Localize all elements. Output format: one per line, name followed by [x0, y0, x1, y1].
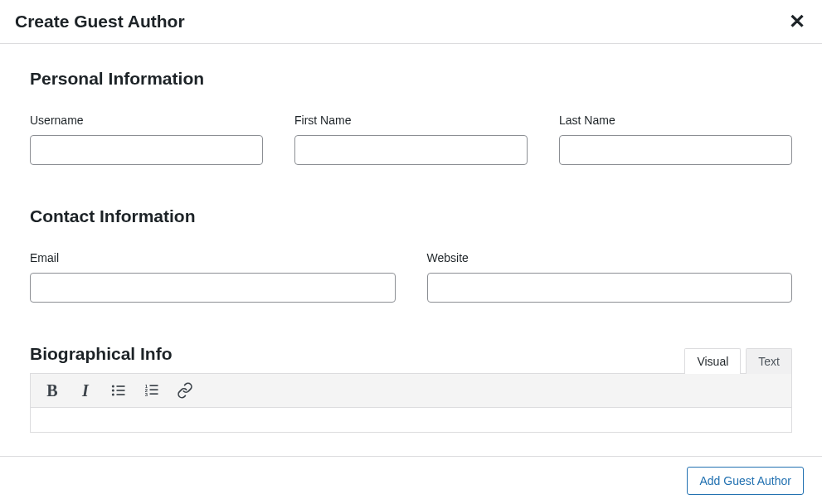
svg-rect-3: [117, 390, 125, 391]
numbered-list-icon: 1 2 3: [143, 382, 160, 399]
tab-text[interactable]: Text: [746, 348, 792, 374]
modal-header: Create Guest Author ✕: [0, 0, 822, 44]
add-guest-author-button[interactable]: Add Guest Author: [687, 467, 804, 495]
close-icon: ✕: [789, 10, 805, 32]
bold-icon: B: [46, 381, 57, 400]
lastname-input[interactable]: [559, 135, 792, 165]
svg-rect-9: [150, 389, 158, 390]
email-label: Email: [30, 251, 396, 264]
bullet-list-icon: [110, 382, 127, 399]
svg-rect-7: [150, 385, 158, 386]
svg-point-4: [112, 394, 114, 396]
svg-point-0: [112, 385, 114, 388]
bullet-list-button[interactable]: [109, 380, 129, 400]
svg-rect-1: [117, 385, 125, 387]
link-icon: [177, 382, 193, 399]
contact-info-section: Contact Information Email Website: [30, 206, 792, 303]
editor-content-area[interactable]: [30, 408, 792, 433]
firstname-label: First Name: [294, 114, 528, 127]
website-label: Website: [427, 251, 793, 264]
section-title-contact: Contact Information: [30, 206, 792, 226]
editor-tabs: Visual Text: [684, 348, 792, 374]
email-input[interactable]: [30, 273, 396, 303]
close-button[interactable]: ✕: [789, 12, 805, 32]
lastname-label: Last Name: [559, 114, 792, 127]
svg-point-2: [112, 390, 114, 392]
section-title-bio: Biographical Info: [30, 344, 173, 364]
bold-button[interactable]: B: [42, 380, 62, 400]
numbered-list-button[interactable]: 1 2 3: [142, 380, 162, 400]
personal-info-section: Personal Information Username First Name…: [30, 69, 792, 165]
editor-toolbar: B I 1: [30, 373, 792, 408]
firstname-input[interactable]: [294, 135, 528, 165]
italic-button[interactable]: I: [75, 380, 95, 400]
svg-rect-5: [117, 394, 125, 395]
italic-icon: I: [82, 381, 89, 400]
svg-text:3: 3: [145, 392, 148, 397]
username-input[interactable]: [30, 135, 263, 165]
svg-rect-11: [150, 393, 158, 395]
bio-section: Biographical Info Visual Text B I: [30, 344, 792, 433]
modal-body-scroll[interactable]: Personal Information Username First Name…: [0, 44, 822, 456]
modal-footer: Add Guest Author: [0, 456, 822, 504]
section-title-personal: Personal Information: [30, 69, 792, 89]
username-label: Username: [30, 114, 263, 127]
modal-title: Create Guest Author: [15, 12, 185, 32]
website-input[interactable]: [427, 273, 793, 303]
tab-visual[interactable]: Visual: [684, 348, 741, 374]
link-button[interactable]: [175, 380, 195, 400]
